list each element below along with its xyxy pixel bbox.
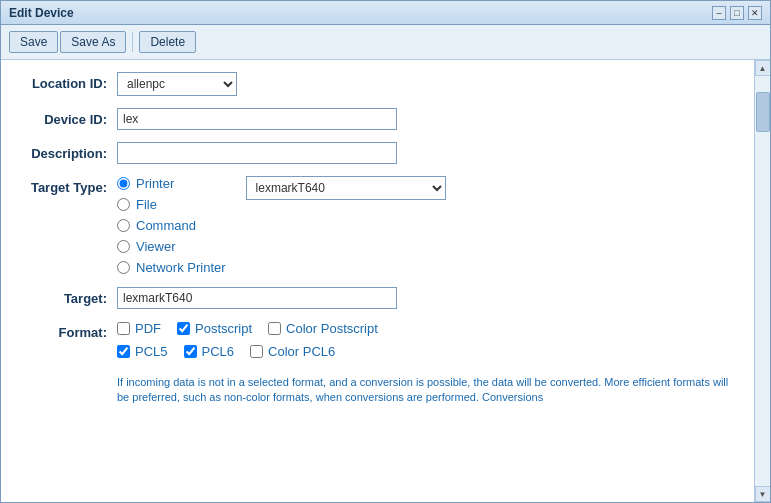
target-type-control: Printer File Command [117,176,738,275]
checkbox-pcl6-label: PCL6 [202,344,235,359]
radio-file-label: File [136,197,157,212]
checkbox-pcl5-input[interactable] [117,345,130,358]
description-control [117,142,738,164]
device-id-control [117,108,738,130]
scrollbar-thumb[interactable] [756,92,770,132]
window-title: Edit Device [9,6,74,20]
radio-file-input[interactable] [117,198,130,211]
window-controls: – □ ✕ [712,6,762,20]
radio-printer-label: Printer [136,176,174,191]
maximize-button[interactable]: □ [730,6,744,20]
target-type-label: Target Type: [17,176,117,195]
target-control [117,287,738,309]
radio-network-printer-label: Network Printer [136,260,226,275]
scrollbar-up-arrow[interactable]: ▲ [755,60,771,76]
close-button[interactable]: ✕ [748,6,762,20]
radio-network-printer-input[interactable] [117,261,130,274]
checkbox-color-pcl6-input[interactable] [250,345,263,358]
title-bar: Edit Device – □ ✕ [1,1,770,25]
checkbox-color-postscript-label: Color Postscript [286,321,378,336]
location-id-control: allenpc [117,72,738,96]
format-row-2: PCL5 PCL6 Color PCL6 [117,344,738,359]
toolbar: Save Save As Delete [1,25,770,60]
checkbox-pcl6[interactable]: PCL6 [184,344,235,359]
save-button[interactable]: Save [9,31,58,53]
radio-viewer-label: Viewer [136,239,176,254]
checkbox-color-pcl6[interactable]: Color PCL6 [250,344,335,359]
minimize-button[interactable]: – [712,6,726,20]
target-row: Target: [17,287,738,309]
checkbox-pcl5[interactable]: PCL5 [117,344,168,359]
checkbox-color-pcl6-label: Color PCL6 [268,344,335,359]
target-input[interactable] [117,287,397,309]
radio-command-label: Command [136,218,196,233]
format-label: Format: [17,321,117,340]
location-id-select[interactable]: allenpc [117,72,237,96]
target-label: Target: [17,287,117,306]
radio-viewer[interactable]: Viewer [117,239,226,254]
printer-dropdown-wrapper: lexmarkT640 [246,176,446,200]
radio-command[interactable]: Command [117,218,226,233]
checkbox-pcl5-label: PCL5 [135,344,168,359]
radio-printer[interactable]: Printer [117,176,226,191]
radio-file[interactable]: File [117,197,226,212]
format-control: PDF Postscript Color Postscript [117,321,738,406]
format-row-1: PDF Postscript Color Postscript [117,321,738,336]
checkbox-pcl6-input[interactable] [184,345,197,358]
checkbox-pdf[interactable]: PDF [117,321,161,336]
toolbar-separator [132,32,133,52]
radio-group: Printer File Command [117,176,226,275]
scrollbar-down-arrow[interactable]: ▼ [755,486,771,502]
device-id-input[interactable] [117,108,397,130]
device-id-label: Device ID: [17,108,117,127]
radio-viewer-input[interactable] [117,240,130,253]
save-as-button[interactable]: Save As [60,31,126,53]
location-id-row: Location ID: allenpc [17,72,738,96]
description-label: Description: [17,142,117,161]
delete-button[interactable]: Delete [139,31,196,53]
radio-printer-input[interactable] [117,177,130,190]
checkbox-pdf-label: PDF [135,321,161,336]
location-id-label: Location ID: [17,72,117,91]
device-id-row: Device ID: [17,108,738,130]
target-type-section: Printer File Command [117,176,738,275]
checkbox-pdf-input[interactable] [117,322,130,335]
main-content: Location ID: allenpc Device ID: Descript… [1,60,754,502]
content-area: Location ID: allenpc Device ID: Descript… [1,60,770,502]
checkbox-postscript-input[interactable] [177,322,190,335]
checkbox-postscript[interactable]: Postscript [177,321,252,336]
scrollbar: ▲ ▼ [754,60,770,502]
description-input[interactable] [117,142,397,164]
checkbox-postscript-label: Postscript [195,321,252,336]
target-type-row: Target Type: Printer File [17,176,738,275]
radio-command-input[interactable] [117,219,130,232]
checkbox-color-postscript[interactable]: Color Postscript [268,321,378,336]
format-row: Format: PDF Postscript [17,321,738,406]
format-info-text: If incoming data is not in a selected fo… [117,375,738,406]
radio-network-printer[interactable]: Network Printer [117,260,226,275]
printer-select[interactable]: lexmarkT640 [246,176,446,200]
edit-device-window: Edit Device – □ ✕ Save Save As Delete Lo… [0,0,771,503]
description-row: Description: [17,142,738,164]
checkbox-color-postscript-input[interactable] [268,322,281,335]
format-section: PDF Postscript Color Postscript [117,321,738,406]
